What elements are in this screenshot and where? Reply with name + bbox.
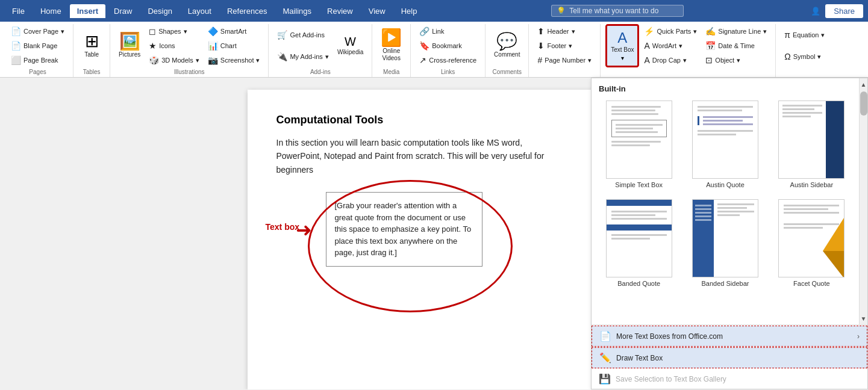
tab-draw[interactable]: Draw [107, 4, 139, 18]
smartart-button[interactable]: 🔷 SmartArt [204, 25, 264, 37]
draw-textbox-label: Draw Text Box [616, 354, 663, 362]
online-videos-icon: ▶️ [381, 29, 402, 46]
chart-button[interactable]: 📊 Chart [204, 40, 264, 52]
tab-help[interactable]: Help [394, 4, 425, 18]
footer-icon: ⬇ [537, 41, 545, 51]
document-title: Computational Tools [276, 114, 592, 126]
gallery-item-banded[interactable]: Banded Quote [599, 197, 679, 289]
page-number-icon: # [537, 55, 542, 65]
tab-view[interactable]: View [361, 4, 393, 18]
footer-button[interactable]: ⬇ Footer ▾ [534, 40, 595, 52]
tab-insert[interactable]: Insert [70, 4, 105, 18]
datetime-button[interactable]: 📅 Date & Time [702, 40, 770, 52]
comment-label: Comment [494, 51, 520, 58]
symbol-button[interactable]: Ω Symbol ▾ [781, 51, 828, 63]
more-textboxes-icon: 📄 [599, 330, 611, 342]
scrollbar-thumb[interactable] [860, 91, 867, 116]
text-box-demo: Text box ➜ [Grab your reader's attention… [326, 192, 482, 267]
tab-layout[interactable]: Layout [181, 4, 219, 18]
gallery-label-facet: Facet Quote [793, 280, 830, 287]
cover-page-icon: 📄 [11, 26, 21, 36]
tab-home[interactable]: Home [33, 4, 69, 18]
scrollbar[interactable]: ▲ ▼ [859, 78, 867, 324]
tables-group-label: Tables [83, 67, 101, 77]
gallery-item-facet[interactable]: Facet Quote [772, 197, 852, 289]
share-button[interactable]: Share [825, 4, 863, 18]
equation-icon: π [784, 30, 790, 40]
page-number-button[interactable]: # Page Number ▾ [534, 54, 595, 66]
table-button[interactable]: ⊞ Table [78, 24, 105, 67]
text-box-label: Text Box [611, 46, 634, 54]
tab-review[interactable]: Review [320, 4, 360, 18]
datetime-label: Date & Time [718, 42, 755, 49]
dropdown-container: Built-in [591, 78, 868, 389]
header-icon: ⬆ [537, 26, 545, 36]
gallery-label-austin: Austin Quote [706, 181, 745, 188]
illustrations-items: 🖼️ Pictures ◻ Shapes ▾ ★ Icons 🎲 [115, 24, 263, 67]
tab-mailings[interactable]: Mailings [275, 4, 319, 18]
object-button[interactable]: ⊡ Object ▾ [702, 54, 770, 66]
gallery-item-austin-sidebar[interactable]: Austin Sidebar [772, 98, 852, 191]
get-addins-button[interactable]: 🛒 Get Add-ins [273, 29, 332, 41]
wikipedia-button[interactable]: W Wikipedia [334, 24, 367, 67]
bookmark-button[interactable]: 🔖 Bookmark [416, 40, 480, 52]
tab-file[interactable]: File [5, 4, 32, 18]
sample-text-box[interactable]: [Grab your reader's attention with a gre… [326, 192, 482, 267]
obj-arrow: ▾ [737, 57, 740, 64]
gallery-item-simple[interactable]: Simple Text Box [599, 98, 679, 191]
smartart-label: SmartArt [220, 28, 246, 35]
thumb-simple [606, 101, 672, 179]
group-pages: 📄 Cover Page ▾ 📄 Blank Page ⬜ Page Break… [2, 24, 73, 77]
tab-design[interactable]: Design [140, 4, 179, 18]
ribbon-search-bar[interactable]: 💡 Tell me what you want to do [551, 5, 684, 17]
dropcap-button[interactable]: A Drop Cap ▾ [640, 54, 701, 66]
bookmark-icon: 🔖 [419, 41, 429, 51]
equation-label: Equation [793, 31, 819, 39]
gallery-scroll-area[interactable]: Built-in [592, 78, 859, 324]
links-group-label: Links [441, 67, 455, 77]
datetime-icon: 📅 [705, 41, 716, 51]
shapes-button[interactable]: ◻ Shapes ▾ [145, 25, 203, 37]
comment-icon: 💬 [496, 33, 517, 50]
blank-page-label: Blank Page [23, 42, 57, 49]
wikipedia-icon: W [345, 36, 356, 48]
more-textboxes-button[interactable]: 📄 More Text Boxes from Office.com › [592, 326, 867, 347]
draw-textbox-button[interactable]: ✏️ Draw Text Box [592, 347, 867, 368]
gallery-item-austin[interactable]: Austin Quote [685, 98, 765, 191]
online-videos-button[interactable]: ▶️ OnlineVideos [377, 24, 405, 67]
gallery-item-banded-sidebar[interactable]: Banded Sidebar [685, 197, 765, 289]
quick-parts-button[interactable]: ⚡ Quick Parts ▾ [640, 25, 701, 37]
cover-page-button[interactable]: 📄 Cover Page ▾ [7, 25, 68, 37]
blank-page-button[interactable]: 📄 Blank Page [7, 40, 68, 52]
pictures-button[interactable]: 🖼️ Pictures [115, 24, 144, 67]
screenshot-label: Screenshot [220, 57, 254, 64]
header-footer-items: ⬆ Header ▾ ⬇ Footer ▾ # Page Number ▾ [534, 24, 595, 74]
signature-label: Signature Line [718, 28, 761, 35]
my-addins-arrow: ▾ [325, 53, 329, 61]
lightbulb-icon: 💡 [557, 7, 566, 15]
link-button[interactable]: 🔗 Link [416, 25, 480, 37]
my-addins-button[interactable]: 🔌 My Add-ins ▾ [273, 51, 332, 63]
save-selection-label: Save Selection to Text Box Gallery [616, 375, 726, 383]
3dmodels-button[interactable]: 🎲 3D Models ▾ [145, 54, 203, 66]
signature-icon: ✍ [705, 26, 716, 36]
wordart-button[interactable]: A WordArt ▾ [640, 40, 701, 52]
wa-arrow: ▾ [679, 42, 682, 50]
tab-references[interactable]: References [220, 4, 274, 18]
page-break-button[interactable]: ⬜ Page Break [7, 54, 68, 66]
group-text: A Text Box ▾ ⚡ Quick Parts ▾ A WordArt ▾ [601, 24, 776, 77]
thumb-austin [692, 101, 758, 179]
text-box-button[interactable]: A Text Box ▾ [605, 24, 639, 67]
signature-button[interactable]: ✍ Signature Line ▾ [702, 25, 770, 37]
icons-button[interactable]: ★ Icons [145, 40, 203, 52]
media-items: ▶️ OnlineVideos [377, 24, 405, 67]
comment-button[interactable]: 💬 Comment [490, 24, 523, 67]
sym-arrow: ▾ [817, 53, 821, 61]
equation-button[interactable]: π Equation ▾ [781, 29, 828, 41]
thumb-banded [606, 199, 672, 277]
screenshot-button[interactable]: 📷 Screenshot ▾ [204, 54, 264, 66]
gallery-label-banded: Banded Quote [617, 280, 660, 287]
hf-stack: ⬆ Header ▾ ⬇ Footer ▾ # Page Number ▾ [534, 24, 595, 67]
header-button[interactable]: ⬆ Header ▾ [534, 25, 595, 37]
cross-reference-button[interactable]: ↗ Cross-reference [416, 54, 480, 66]
